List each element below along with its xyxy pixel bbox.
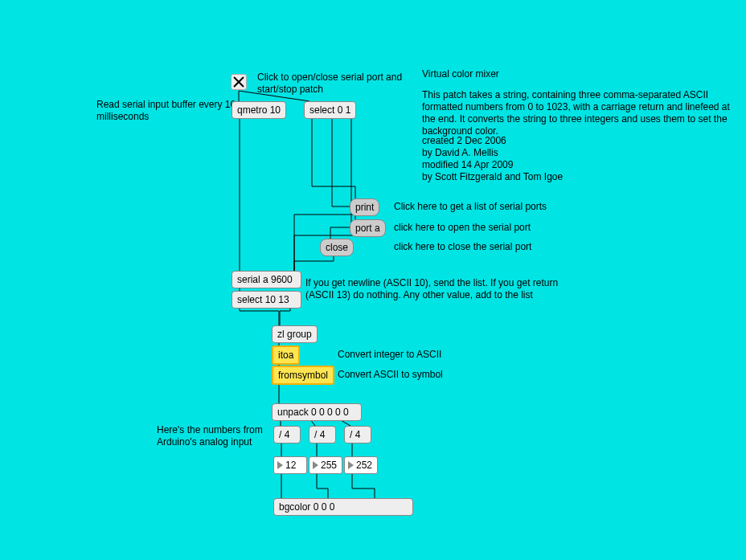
select-hint: If you get newline (ASCII 10), send the … [305,277,571,301]
numbox-2-value: 255 [321,459,337,472]
port-hint: click here to open the serial port [394,222,531,234]
print-hint: Click here to get a list of serial ports [394,201,547,213]
div2-object[interactable]: / 4 [309,426,336,444]
itoa-hint: Convert integer to ASCII [338,349,441,361]
close-hint: click here to close the serial port [394,241,531,253]
bgcolor-object[interactable]: bgcolor 0 0 0 [273,498,413,516]
description-text: This patch takes a string, containing th… [422,89,736,137]
credit-author: by David A. Mellis [422,147,498,159]
div1-object[interactable]: / 4 [273,426,301,444]
fromsymbol-hint: Convert ASCII to symbol [338,369,443,381]
analog-hint: Here's the numbers from Arduino's analog… [157,424,265,448]
unpack-object[interactable]: unpack 0 0 0 0 0 [272,403,362,421]
serial-object[interactable]: serial a 9600 [232,271,301,288]
print-message[interactable]: print [350,198,379,216]
port-a-message[interactable]: port a [350,219,386,237]
numbox-3-value: 252 [356,459,372,472]
zlgroup-object[interactable]: zl group [272,325,318,343]
select1013-object[interactable]: select 10 13 [232,291,301,309]
numbox-1-value: 12 [285,459,296,472]
select01-object[interactable]: select 0 1 [304,101,356,119]
triangle-icon [277,461,283,469]
numbox-1[interactable]: 12 [273,456,307,474]
triangle-icon [348,461,354,469]
read-buffer-comment: Read serial input buffer every 10 millis… [96,99,241,123]
triangle-icon [313,461,318,469]
div3-object[interactable]: / 4 [344,426,371,444]
x-icon [232,75,246,89]
qmetro-object[interactable]: qmetro 10 [232,101,286,119]
numbox-3[interactable]: 252 [344,456,378,474]
fromsymbol-object[interactable]: fromsymbol [272,366,334,385]
title-text: Virtual color mixer [422,68,499,80]
close-message[interactable]: close [320,239,354,256]
toggle-hint: Click to open/close serial port and star… [257,72,418,96]
numbox-2[interactable]: 255 [309,456,342,474]
toggle-box[interactable] [231,74,247,90]
itoa-object[interactable]: itoa [272,345,300,365]
credit-modified: modified 14 Apr 2009 [422,159,513,171]
credit-created: created 2 Dec 2006 [422,135,506,147]
credit-modified-by: by Scott Fitzgerald and Tom Igoe [422,171,563,183]
